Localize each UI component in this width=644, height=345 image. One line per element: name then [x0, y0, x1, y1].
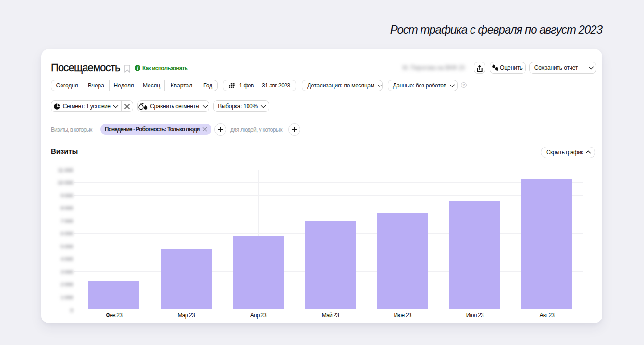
svg-text:i: i [137, 65, 138, 71]
svg-text:?: ? [462, 83, 465, 87]
